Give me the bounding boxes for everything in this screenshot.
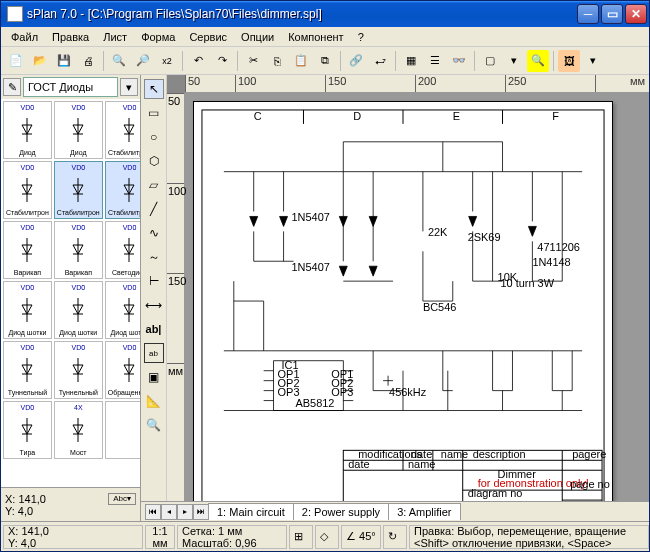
spline-tool[interactable]: ～ xyxy=(144,247,164,267)
svg-text:4711206: 4711206 xyxy=(537,241,580,253)
pointer-tool[interactable]: ↖ xyxy=(144,79,164,99)
new-button[interactable]: 📄 xyxy=(5,50,27,72)
part-item[interactable]: VD0Стабилитрон xyxy=(54,161,103,219)
toolbar: 📄 📂 💾 🖨 🔍 🔎 x2 ↶ ↷ ✂ ⎘ 📋 ⧉ 🔗 ⮐ ▦ ☰ 👓 ▢ ▾… xyxy=(1,47,649,75)
save-button[interactable]: 💾 xyxy=(53,50,75,72)
part-item[interactable]: VD0Стабилитрон xyxy=(105,161,140,219)
part-item[interactable]: VD0Диод шотки xyxy=(105,281,140,339)
image-button[interactable]: 🖼 xyxy=(558,50,580,72)
zoom-out-button[interactable]: 🔎 xyxy=(132,50,154,72)
sheet-first[interactable]: ⏮ xyxy=(145,504,161,520)
menu-sheet[interactable]: Лист xyxy=(97,29,133,45)
textbox-tool[interactable]: ab xyxy=(144,343,164,363)
zoom-in-button[interactable]: 🔍 xyxy=(108,50,130,72)
app-icon xyxy=(7,6,23,22)
schematic-page[interactable]: C D E F xyxy=(193,101,613,501)
grid-button[interactable]: ▦ xyxy=(400,50,422,72)
part-item[interactable]: VD0Стабилитрон xyxy=(3,161,52,219)
drop2-button[interactable]: ▾ xyxy=(582,50,604,72)
coordinates: X: 141,0Abc▾ Y: 4,0 xyxy=(1,487,140,521)
ruler-horizontal: 50 100 150 200 250 мм xyxy=(185,75,649,93)
svg-text:pagere: pagere xyxy=(572,448,606,460)
canvas[interactable]: 50 100 150 200 250 мм 50 100 150 мм xyxy=(167,75,649,501)
zoom-x2-button[interactable]: x2 xyxy=(156,50,178,72)
circle-tool[interactable]: ○ xyxy=(144,127,164,147)
minimize-button[interactable]: ─ xyxy=(577,4,599,24)
svg-text:D: D xyxy=(353,110,361,122)
svg-rect-34 xyxy=(202,110,604,501)
svg-text:name: name xyxy=(441,448,468,460)
sheet-last[interactable]: ⏭ xyxy=(193,504,209,520)
shape-tool[interactable]: ⬡ xyxy=(144,151,164,171)
pencil-icon[interactable]: ✎ xyxy=(3,78,21,96)
open-button[interactable]: 📂 xyxy=(29,50,51,72)
close-button[interactable]: ✕ xyxy=(625,4,647,24)
menu-service[interactable]: Сервис xyxy=(183,29,233,45)
link-button[interactable]: 🔗 xyxy=(345,50,367,72)
part-item[interactable]: VD0Туннельный xyxy=(54,341,103,399)
cut-button[interactable]: ✂ xyxy=(242,50,264,72)
part-item[interactable] xyxy=(105,401,140,459)
part-item[interactable]: VD0Варикап xyxy=(3,221,52,279)
svg-text:BC546: BC546 xyxy=(423,301,456,313)
page-button[interactable]: ▢ xyxy=(479,50,501,72)
part-item[interactable]: VD0Диод xyxy=(3,101,52,159)
dim-tool[interactable]: ⟷ xyxy=(144,295,164,315)
undo-button[interactable]: ↶ xyxy=(187,50,209,72)
svg-text:AB5812: AB5812 xyxy=(296,397,335,409)
copy-button[interactable]: ⎘ xyxy=(266,50,288,72)
part-item[interactable]: VD0Светодиод xyxy=(105,221,140,279)
svg-text:diagram no: diagram no xyxy=(468,487,523,499)
curve-tool[interactable]: ∿ xyxy=(144,223,164,243)
find-button[interactable]: 👓 xyxy=(448,50,470,72)
part-item[interactable]: VD0Варикап xyxy=(54,221,103,279)
print-button[interactable]: 🖨 xyxy=(77,50,99,72)
paste-button[interactable]: 📋 xyxy=(290,50,312,72)
zoom-tool[interactable]: 🔍 xyxy=(144,415,164,435)
parts-palette: VD0ДиодVD0ДиодVD0СтабилитронVD0Стабилитр… xyxy=(1,99,140,487)
sheet-tab-1[interactable]: 1: Main circuit xyxy=(208,503,294,520)
svg-text:2SK69: 2SK69 xyxy=(468,231,501,243)
menu-form[interactable]: Форма xyxy=(135,29,181,45)
svg-text:OP3: OP3 xyxy=(331,386,353,398)
part-item[interactable]: VD0Диод шотки xyxy=(3,281,52,339)
net-tool[interactable]: ⊢ xyxy=(144,271,164,291)
part-item[interactable]: 4XМост xyxy=(54,401,103,459)
part-item[interactable]: VD0Диод xyxy=(54,101,103,159)
highlight-button[interactable]: 🔍 xyxy=(527,50,549,72)
image-tool[interactable]: ▣ xyxy=(144,367,164,387)
maximize-button[interactable]: ▭ xyxy=(601,4,623,24)
unlink-button[interactable]: ⮐ xyxy=(369,50,391,72)
part-item[interactable]: VD0Диод шотки xyxy=(54,281,103,339)
rect-tool[interactable]: ▭ xyxy=(144,103,164,123)
statusbar: X: 141,0Y: 4,0 1:1мм Сетка: 1 ммМасштаб:… xyxy=(1,521,649,551)
measure-tool[interactable]: 📐 xyxy=(144,391,164,411)
sheet-prev[interactable]: ◂ xyxy=(161,504,177,520)
menu-file[interactable]: Файл xyxy=(5,29,44,45)
titlebar: sPlan 7.0 - [C:\Program Files\Splan70\Fi… xyxy=(1,1,649,27)
menu-options[interactable]: Опции xyxy=(235,29,280,45)
svg-text:description: description xyxy=(473,448,526,460)
window-title: sPlan 7.0 - [C:\Program Files\Splan70\Fi… xyxy=(27,7,577,21)
part-item[interactable]: VD0Туннельный xyxy=(3,341,52,399)
part-item[interactable]: VD0Тира xyxy=(3,401,52,459)
svg-text:C: C xyxy=(254,110,262,122)
library-select[interactable]: ГОСТ Диоды xyxy=(23,77,118,97)
sheet-next[interactable]: ▸ xyxy=(177,504,193,520)
part-item[interactable]: VD0Стабилитрон xyxy=(105,101,140,159)
duplicate-button[interactable]: ⧉ xyxy=(314,50,336,72)
menu-help[interactable]: ? xyxy=(352,29,370,45)
layer-button[interactable]: ☰ xyxy=(424,50,446,72)
part-item[interactable]: VD0Обращенный xyxy=(105,341,140,399)
menu-component[interactable]: Компонент xyxy=(282,29,349,45)
poly-tool[interactable]: ▱ xyxy=(144,175,164,195)
text-tool[interactable]: ab| xyxy=(144,319,164,339)
line-tool[interactable]: ╱ xyxy=(144,199,164,219)
menubar: Файл Правка Лист Форма Сервис Опции Комп… xyxy=(1,27,649,47)
sheet-tab-2[interactable]: 2: Power supply xyxy=(293,503,389,520)
drop-button[interactable]: ▾ xyxy=(503,50,525,72)
sheet-tab-3[interactable]: 3: Amplifier xyxy=(388,503,460,520)
redo-button[interactable]: ↷ xyxy=(211,50,233,72)
library-drop-button[interactable]: ▾ xyxy=(120,78,138,96)
menu-edit[interactable]: Правка xyxy=(46,29,95,45)
